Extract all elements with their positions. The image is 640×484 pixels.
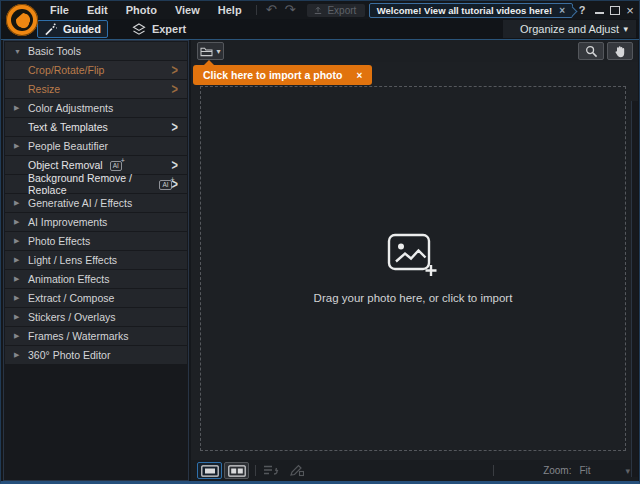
triangle-right-icon: ▶ bbox=[14, 199, 28, 207]
menu-file[interactable]: File bbox=[41, 2, 78, 18]
mode-selector-label: Organize and Adjust bbox=[520, 23, 619, 35]
triangle-right-icon: ▶ bbox=[14, 104, 28, 112]
sidebar-item-label: Color Adjustments bbox=[28, 102, 113, 114]
apply-history-icon[interactable] bbox=[263, 463, 279, 481]
menu-edit[interactable]: Edit bbox=[78, 2, 117, 18]
chevron-right-icon: > bbox=[172, 158, 178, 173]
divider bbox=[493, 465, 494, 476]
sidebar-item-label: Object Removal bbox=[28, 159, 103, 171]
notification-text: Welcome! View all tutorial videos here! bbox=[377, 5, 552, 16]
menu-items: File Edit Photo View Help bbox=[41, 2, 251, 18]
tab-expert[interactable]: Expert bbox=[125, 20, 193, 38]
chevron-down-icon: ▾ bbox=[623, 24, 628, 34]
menu-view[interactable]: View bbox=[166, 2, 209, 18]
triangle-down-icon: ▼ bbox=[14, 48, 28, 55]
tab-guided-label: Guided bbox=[63, 23, 101, 35]
export-label: Export bbox=[327, 5, 356, 16]
zoom-tool-button[interactable] bbox=[578, 42, 604, 60]
sidebar-item-label: Generative AI / Effects bbox=[28, 197, 132, 209]
sidebar-item-animation-effects[interactable]: ▶ Animation Effects bbox=[5, 270, 187, 288]
open-photo-button[interactable]: ▾ bbox=[197, 42, 224, 60]
sidebar-item-label: Resize bbox=[28, 83, 60, 95]
tab-expert-label: Expert bbox=[152, 23, 186, 35]
sidebar-item-label: Animation Effects bbox=[28, 273, 110, 285]
sidebar-item-label: Photo Effects bbox=[28, 235, 90, 247]
zoom-control: Zoom: Fit ▾ bbox=[543, 460, 630, 481]
triangle-right-icon: ▶ bbox=[14, 142, 28, 150]
minimize-button[interactable] bbox=[592, 1, 606, 19]
right-panel-strip bbox=[631, 101, 638, 477]
photo-dropzone[interactable]: Drag your photo here, or click to import bbox=[200, 86, 626, 451]
chevron-right-icon: > bbox=[172, 120, 178, 135]
help-button[interactable]: ? bbox=[575, 1, 589, 19]
sidebar-item-resize[interactable]: Resize > bbox=[5, 80, 187, 98]
folder-icon bbox=[200, 46, 213, 57]
mode-selector-dropdown[interactable]: Organize and Adjust ▾ bbox=[503, 20, 636, 38]
import-tooltip[interactable]: Click here to import a photo × bbox=[193, 65, 372, 85]
sidebar-item-text-templates[interactable]: Text & Templates > bbox=[5, 118, 187, 136]
ai-icon: AI+ bbox=[159, 180, 171, 190]
zoom-label: Zoom: bbox=[543, 465, 571, 476]
sidebar-item-people-beautifier[interactable]: ▶ People Beautifier bbox=[5, 137, 187, 155]
triangle-right-icon: ▶ bbox=[14, 218, 28, 226]
sidebar-item-frames-watermarks[interactable]: ▶ Frames / Watermarks bbox=[5, 327, 187, 345]
app-logo-icon[interactable] bbox=[6, 4, 38, 36]
edit-pen-icon[interactable] bbox=[289, 463, 304, 481]
add-image-icon bbox=[387, 233, 439, 279]
sidebar-item-color-adjustments[interactable]: ▶ Color Adjustments bbox=[5, 99, 187, 117]
menu-help[interactable]: Help bbox=[209, 2, 251, 18]
sidebar-item-stickers-overlays[interactable]: ▶ Stickers / Overlays bbox=[5, 308, 187, 326]
sidebar-item-label: Frames / Watermarks bbox=[28, 330, 129, 342]
sidebar: ▼ Basic Tools Crop/Rotate/Flip > Resize … bbox=[3, 40, 189, 481]
menubar: File Edit Photo View Help ↶ ↷ Export Wel… bbox=[1, 1, 639, 19]
triangle-right-icon: ▶ bbox=[14, 237, 28, 245]
sidebar-item-label: Background Remove / Replace bbox=[28, 172, 152, 196]
sidebar-item-crop-rotate-flip[interactable]: Crop/Rotate/Flip > bbox=[5, 61, 187, 79]
tooltip-arrow bbox=[204, 60, 214, 65]
sidebar-item-photo-effects[interactable]: ▶ Photo Effects bbox=[5, 232, 187, 250]
sidebar-item-generative-ai-effects[interactable]: ▶ Generative AI / Effects bbox=[5, 194, 187, 212]
tab-guided[interactable]: Guided bbox=[37, 20, 108, 38]
pan-tool-button[interactable] bbox=[607, 42, 633, 60]
redo-icon[interactable]: ↷ bbox=[281, 3, 300, 17]
sidebar-item-ai-improvements[interactable]: ▶ AI Improvements bbox=[5, 213, 187, 231]
sidebar-item-label: 360° Photo Editor bbox=[28, 349, 110, 361]
sidebar-item-basic-tools[interactable]: ▼ Basic Tools bbox=[5, 42, 187, 60]
tabbar: Guided Expert Organize and Adjust ▾ bbox=[1, 19, 639, 39]
dual-view-button[interactable] bbox=[224, 462, 249, 479]
triangle-right-icon: ▶ bbox=[14, 275, 28, 283]
sidebar-item-label: AI Improvements bbox=[28, 216, 107, 228]
window-close-button[interactable]: × bbox=[623, 1, 637, 19]
undo-icon[interactable]: ↶ bbox=[262, 3, 281, 17]
layers-icon bbox=[132, 23, 146, 36]
chevron-right-icon: > bbox=[172, 82, 178, 97]
sidebar-item-label: Text & Templates bbox=[28, 121, 108, 133]
chevron-right-icon: > bbox=[172, 177, 178, 192]
sidebar-item-360-photo-editor[interactable]: ▶ 360° Photo Editor bbox=[5, 346, 187, 364]
canvas-panel: ▾ Click here to import a photo × bbox=[191, 40, 638, 481]
sidebar-item-label: Extract / Compose bbox=[28, 292, 114, 304]
sidebar-item-label: Basic Tools bbox=[28, 45, 81, 57]
menu-photo[interactable]: Photo bbox=[117, 2, 166, 18]
sidebar-item-label: Crop/Rotate/Flip bbox=[28, 64, 104, 76]
tutorial-notification[interactable]: Welcome! View all tutorial videos here! … bbox=[369, 3, 573, 18]
canvas-statusbar: Zoom: Fit ▾ bbox=[191, 460, 638, 481]
single-view-icon bbox=[201, 465, 219, 477]
triangle-right-icon: ▶ bbox=[14, 256, 28, 264]
sidebar-item-background-remove-replace[interactable]: Background Remove / Replace AI+ > bbox=[5, 175, 187, 193]
close-icon[interactable]: × bbox=[356, 70, 362, 81]
sidebar-item-extract-compose[interactable]: ▶ Extract / Compose bbox=[5, 289, 187, 307]
app-window: File Edit Photo View Help ↶ ↷ Export Wel… bbox=[0, 0, 640, 484]
dual-view-icon bbox=[228, 465, 246, 477]
triangle-right-icon: ▶ bbox=[14, 294, 28, 302]
single-view-button[interactable] bbox=[197, 462, 222, 479]
sidebar-item-light-lens-effects[interactable]: ▶ Light / Lens Effects bbox=[5, 251, 187, 269]
divider bbox=[256, 5, 257, 15]
triangle-right-icon: ▶ bbox=[14, 351, 28, 359]
export-button[interactable]: Export bbox=[307, 4, 365, 17]
close-icon[interactable]: × bbox=[559, 5, 565, 16]
chevron-right-icon: > bbox=[172, 63, 178, 78]
zoom-value: Fit bbox=[579, 465, 617, 476]
maximize-button[interactable] bbox=[608, 1, 622, 19]
sidebar-item-label: People Beautifier bbox=[28, 140, 108, 152]
